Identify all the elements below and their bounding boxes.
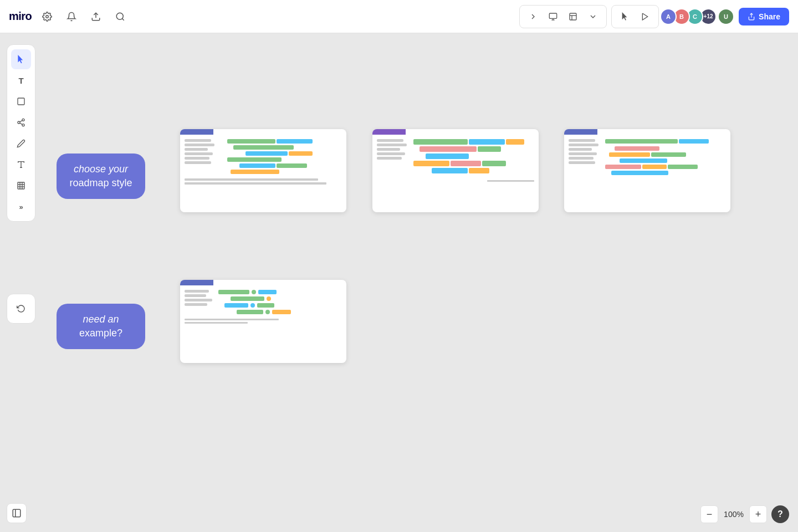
zoom-in-button[interactable]: + [749,505,767,523]
notes-icon[interactable] [564,8,582,25]
svg-point-12 [22,119,24,121]
zoom-in-icon: + [755,509,761,520]
roadmap-card-1[interactable] [180,129,346,212]
current-user-avatar: U [718,8,734,25]
settings-icon[interactable] [38,8,56,25]
presentation-toolbar [519,5,607,28]
svg-point-13 [18,121,20,124]
bottom-left-panel [7,503,27,523]
left-toolbar: T » [7,44,35,222]
share-label: Share [759,12,780,21]
help-button[interactable]: ? [771,505,789,523]
cursor-mode-icon[interactable] [616,8,634,25]
avatar-1: A [660,8,677,25]
tools-toolbar [611,5,659,28]
connect-tool[interactable] [11,112,31,132]
zoom-out-button[interactable]: − [700,505,718,523]
search-icon[interactable] [111,8,129,25]
text-style-tool[interactable] [11,155,31,175]
example-label[interactable]: need an example? [57,304,145,349]
roadmap-card-3[interactable] [564,129,730,212]
more-tools[interactable]: » [11,197,31,217]
choose-label-line2: roadmap style [68,176,134,190]
chevron-down-icon[interactable] [584,8,602,25]
bell-icon[interactable] [63,8,80,25]
svg-rect-4 [549,13,556,18]
bottom-right-controls: − 100% + ? [700,505,789,523]
cursor-tool[interactable] [11,49,31,69]
svg-point-0 [46,15,49,18]
frame-tool[interactable] [11,176,31,196]
card2-header [372,129,406,135]
svg-rect-24 [13,509,21,517]
panel-toggle-button[interactable] [7,503,27,523]
card1-header [180,129,213,135]
miro-logo: miro [9,10,32,23]
avatars-group: A B C +12 [663,8,717,25]
choose-label-line1: choose your [68,162,134,176]
svg-line-3 [122,18,124,20]
svg-rect-19 [18,182,24,189]
navbar-right: A B C +12 U Share [519,5,789,28]
magic-icon[interactable] [636,8,654,25]
svg-point-2 [117,13,124,19]
roadmap-card-4[interactable] [180,280,346,363]
example-label-line1: need an [68,313,134,326]
svg-line-16 [20,120,23,122]
choose-label[interactable]: choose your roadmap style [57,154,145,199]
chevron-right-icon[interactable] [524,8,542,25]
svg-rect-7 [570,13,576,20]
canvas: choose your roadmap style need an exampl… [0,33,798,532]
roadmap-card-2[interactable] [372,129,539,212]
svg-point-14 [22,124,24,126]
left-toolbar-bottom [7,294,35,324]
svg-line-15 [20,123,23,125]
navbar: miro [0,0,798,33]
navbar-left: miro [9,8,129,25]
text-tool[interactable]: T [11,70,31,90]
zoom-out-icon: − [707,509,713,520]
svg-rect-11 [18,98,24,105]
card4-header [180,280,213,285]
export-icon[interactable] [87,8,105,25]
pen-tool[interactable] [11,134,31,154]
example-label-line2: example? [68,326,134,340]
share-button[interactable]: Share [739,8,789,25]
card3-header [564,129,597,135]
undo-tool[interactable] [11,299,31,319]
zoom-level: 100% [723,510,745,519]
present-icon[interactable] [544,8,562,25]
help-icon: ? [777,509,783,519]
sticky-tool[interactable] [11,91,31,111]
